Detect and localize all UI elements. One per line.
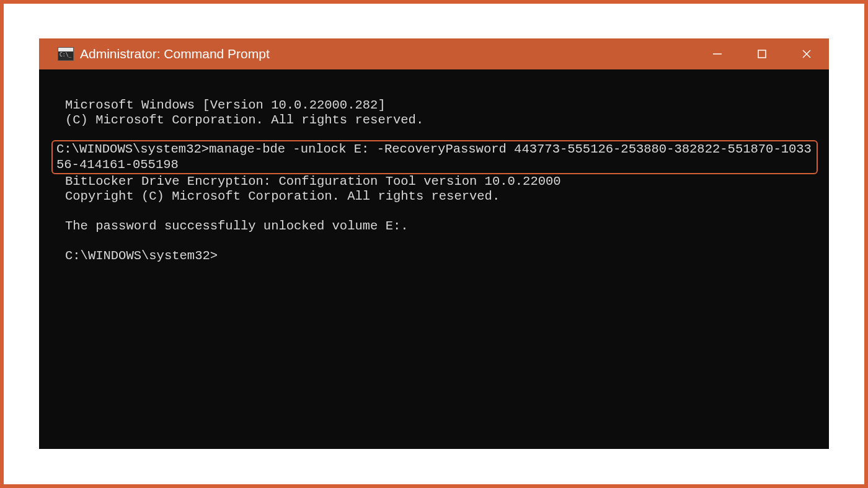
terminal-line: Microsoft Windows [Version 10.0.22000.28…	[65, 98, 815, 113]
cmd-icon	[58, 47, 74, 61]
svg-rect-1	[758, 50, 766, 58]
blank-line	[65, 234, 815, 249]
terminal-prompt: C:\WINDOWS\system32>	[65, 249, 815, 264]
minimize-icon	[712, 48, 723, 60]
close-button[interactable]	[784, 38, 829, 69]
terminal-line: BitLocker Drive Encryption: Configuratio…	[65, 174, 815, 189]
window-title: Administrator: Command Prompt	[80, 47, 270, 61]
minimize-button[interactable]	[695, 38, 740, 69]
terminal-command-line: C:\WINDOWS\system32>manage-bde -unlock E…	[56, 142, 812, 171]
highlighted-command: C:\WINDOWS\system32>manage-bde -unlock E…	[51, 140, 818, 174]
blank-line	[65, 204, 815, 219]
window-controls	[695, 38, 829, 69]
terminal-line: Copyright (C) Microsoft Corporation. All…	[65, 189, 815, 204]
terminal-line: The password successfully unlocked volum…	[65, 219, 815, 234]
terminal-line: (C) Microsoft Corporation. All rights re…	[65, 113, 815, 128]
command-prompt-window: Administrator: Command Prompt Microsoft	[39, 38, 829, 449]
terminal-output[interactable]: Microsoft Windows [Version 10.0.22000.28…	[39, 69, 829, 449]
maximize-button[interactable]	[740, 38, 784, 69]
titlebar[interactable]: Administrator: Command Prompt	[39, 38, 829, 69]
close-icon	[801, 48, 812, 60]
maximize-icon	[757, 49, 767, 59]
